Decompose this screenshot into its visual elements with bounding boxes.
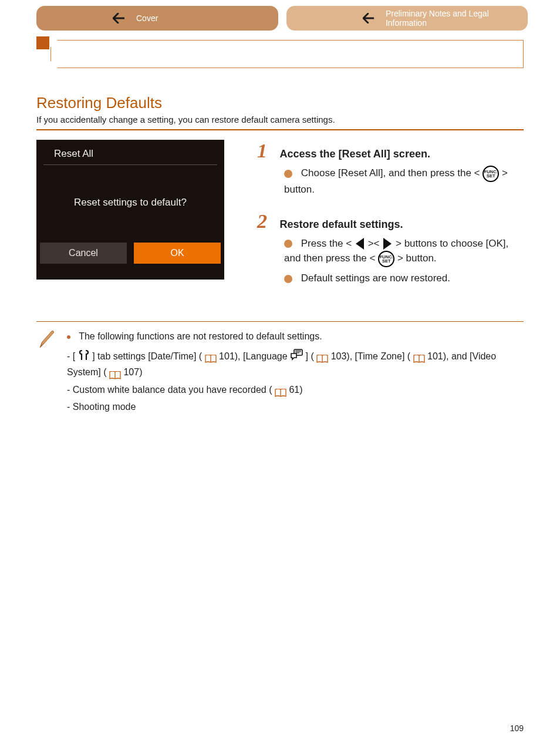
hint-bar	[36, 36, 524, 70]
nav-legal-button[interactable]: Preliminary Notes and Legal Information	[286, 6, 528, 31]
step-1-title: Access the [Reset All] screen.	[279, 148, 430, 160]
arrow-left-icon	[113, 13, 124, 23]
step-1-body-a: Choose [Reset All], and then press the <	[301, 167, 480, 179]
note-l3: Shooting mode	[73, 402, 136, 412]
hint-outline	[50, 40, 524, 68]
section-subtitle: If you accidentally change a setting, yo…	[36, 115, 524, 124]
nav-legal-label: Preliminary Notes and Legal Information	[386, 9, 528, 28]
triangle-left-icon	[356, 238, 364, 250]
triangle-right-icon	[383, 238, 392, 250]
arrow-left-icon	[363, 13, 374, 23]
book-icon	[205, 352, 217, 361]
note-l2a: Custom white balance data you have recor…	[73, 385, 272, 395]
step-1-number: 1	[257, 140, 272, 162]
top-nav: Cover Preliminary Notes and Legal Inform…	[0, 0, 560, 31]
book-icon	[316, 352, 328, 361]
pencil-icon	[36, 328, 56, 417]
bullet-icon	[284, 170, 292, 178]
language-icon	[290, 349, 303, 365]
cam-ok-button: OK	[134, 243, 221, 264]
note-l1c: 101), [Language	[219, 351, 288, 361]
note-rule	[36, 321, 524, 322]
bullet-icon	[284, 275, 292, 283]
section-title: Restoring Defaults	[36, 94, 524, 112]
book-icon	[275, 386, 286, 395]
hint-square	[36, 36, 49, 49]
func-set-icon: FUNC.SET	[378, 251, 394, 267]
bullet-icon	[284, 240, 292, 248]
cam-title: Reset All	[43, 140, 217, 165]
note-l1b: ] tab settings [Date/Time] (	[92, 351, 202, 361]
step-2-body-e: Default settings are now restored.	[301, 272, 450, 284]
camera-screenshot: Reset All Reset settings to default? Can…	[36, 140, 224, 280]
step-2-number: 2	[257, 210, 272, 233]
small-bullet-icon	[67, 335, 70, 339]
section-rule	[36, 129, 524, 130]
wrench-icon	[78, 349, 90, 365]
nav-cover-button[interactable]: Cover	[36, 6, 278, 31]
note-l1a: [	[73, 351, 75, 361]
cam-cancel-button: Cancel	[40, 243, 127, 264]
note-l1g: 107)	[123, 367, 142, 377]
step-2-body-b: ><	[368, 238, 380, 249]
book-icon	[109, 369, 121, 377]
page-number: 109	[510, 724, 524, 733]
note-l1e: 103), [Time Zone] (	[331, 351, 410, 361]
note-intro: The following functions are not restored…	[79, 331, 322, 341]
func-set-icon: FUNC.SET	[483, 166, 499, 182]
nav-cover-label: Cover	[136, 14, 158, 23]
note-l1d: ] (	[306, 351, 314, 361]
step-2-body-d: > button.	[397, 253, 437, 264]
step-2-title: Restore default settings.	[279, 218, 403, 230]
book-icon	[413, 352, 425, 361]
steps-column: 1 Access the [Reset All] screen. Choose …	[257, 140, 524, 299]
note-block: The following functions are not restored…	[0, 328, 560, 417]
step-2-body-a: Press the <	[301, 238, 352, 249]
cam-message: Reset settings to default?	[36, 165, 224, 240]
note-l2b: 61)	[289, 385, 302, 395]
